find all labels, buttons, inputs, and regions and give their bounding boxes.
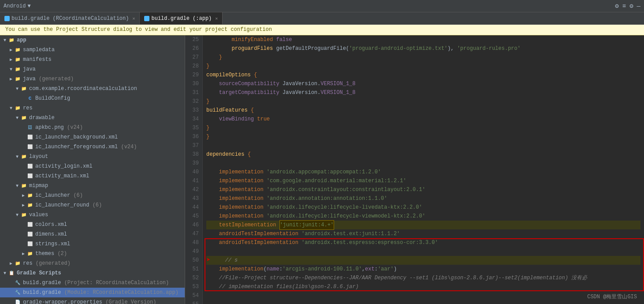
ln-54: 54 [187,291,199,300]
code-line-44: implementation 'androidx.lifecycle:lifec… [206,203,640,212]
code-line-35: } [206,124,640,132]
xml-icon-dimens: ⬜ [26,231,34,238]
config-icon[interactable]: ⚙ [629,2,633,10]
label-java: java [23,66,36,72]
sidebar-item-activity-main[interactable]: ⬜ activity_main.xml [0,171,185,181]
sidebar-item-colors[interactable]: ⬜ colors.xml [0,220,185,229]
sidebar-item-gradle-wrapper[interactable]: 📄 gradle-wrapper.properties (Gradle Vers… [0,297,185,304]
ln-31: 31 [187,88,199,97]
red-box-container: androidTestImplementation 'androidx.test… [206,238,640,291]
code-line-40: implementation 'androidx.appcompat:appco… [206,168,640,176]
sidebar-item-themes[interactable]: ▶ 📁 themes (2) [0,249,185,259]
ln-53: 53 [187,282,199,291]
arrow-ic-launcher-round: ▶ [20,203,26,208]
sidebar-item-apkbc[interactable]: 🖼 apkbc.png (v24) [0,123,185,132]
folder-icon-mipmap: 📁 [20,182,27,189]
tab-bar: build.gradle (RCoordinateCalculation) ✕ … [0,12,644,25]
ln-47: 47 [187,229,199,238]
folder-icon-drawable: 📁 [20,114,27,121]
tab-close-2[interactable]: ✕ [215,16,218,21]
label-app: app [17,37,26,43]
arrow-themes: ▶ [20,251,26,256]
ln-50: 50 [187,256,199,265]
sidebar-item-app[interactable]: ▼ 📁 app [0,35,185,45]
png-icon-apkbc: 🖼 [26,124,34,131]
sidebar-item-sampledata[interactable]: ▶ 📁 sampledata [0,45,185,55]
sidebar-item-ic-launcher[interactable]: ▶ 📁 ic_launcher (6) [0,191,185,200]
dropdown-arrow[interactable]: ▼ [27,3,30,9]
ln-52: 52 [187,274,199,282]
menu-icon[interactable]: ≡ [622,3,626,10]
sidebar-item-ic-fg[interactable]: ⬜ ic_launcher_foreground.xml (v24) [0,142,185,152]
sidebar-item-values[interactable]: ▼ 📁 values [0,210,185,220]
sidebar-item-java[interactable]: ▼ 📁 java [0,64,185,74]
sidebar-item-buildconfig[interactable]: C BuildConfig [0,94,185,103]
ln-37: 37 [187,141,199,150]
arrow-res: ▼ [8,106,14,111]
code-line-31: targetCompatibility JavaVersion.VERSION_… [206,88,640,97]
label-mipmap: mipmap [29,183,48,189]
line-numbers: 25 26 27 28 29 30 31 32 33 34 35 36 37 3… [185,35,203,304]
code-line-53: // implementation files(libs\gson-2.8.6.… [206,282,640,291]
label-ic-bg: ic_launcher_background.xml [35,134,118,140]
label-ic-launcher: ic_launcher (6) [35,192,83,199]
label-apkbc: apkbc.png (v24) [35,124,83,131]
tab-label-2: build.gradle (:app) [151,15,212,22]
sidebar-item-res-generated[interactable]: ▶ 📁 res (generated) [0,259,185,268]
top-bar-icons: ⚙ ≡ ⚙ — [615,2,640,10]
sidebar-item-layout[interactable]: ▼ 📁 layout [0,152,185,161]
label-manifests: manifests [23,56,52,63]
code-line-49 [206,247,640,256]
label-gradle-scripts: Gradle Scripts [17,270,61,276]
sidebar-item-ic-bg[interactable]: ⬜ ic_launcher_background.xml [0,132,185,142]
sidebar-item-drawable[interactable]: ▼ 📁 drawable [0,113,185,123]
ln-38: 38 [187,150,199,159]
label-themes: themes (2) [35,251,67,257]
sidebar-item-res[interactable]: ▼ 📁 res [0,103,185,113]
sidebar-item-java-generated[interactable]: ▶ 📁 java (generated) [0,74,185,84]
sidebar-item-strings[interactable]: ⬜ strings.xml [0,239,185,249]
ln-34: 34 [187,115,199,124]
folder-icon-res: 📁 [14,105,21,112]
sidebar-item-activity-login[interactable]: ⬜ activity_login.xml [0,161,185,171]
tab-app[interactable]: build.gradle (:app) ✕ [140,12,223,24]
sidebar-item-mipmap[interactable]: ▼ 📁 mipmap [0,181,185,191]
info-text: You can use the Project Structure dialog… [5,26,272,33]
tab-close-1[interactable]: ✕ [132,16,135,21]
ln-26: 26 [187,44,199,53]
ln-27: 27 [187,53,199,62]
ln-43: 43 [187,194,199,203]
xml-icon-colors: ⬜ [26,221,34,228]
sidebar[interactable]: ▼ 📁 app ▶ 📁 sampledata ▶ 📁 manifests ▼ 📁… [0,35,185,304]
xml-icon-main: ⬜ [26,173,34,180]
tab-label-1: build.gradle (RCoordinateCalculation) [11,15,129,22]
sidebar-item-ic-launcher-round[interactable]: ▶ 📁 ic_launcher_round (6) [0,200,185,210]
code-editor[interactable]: 25 26 27 28 29 30 31 32 33 34 35 36 37 3… [185,35,644,304]
minimize-icon[interactable]: — [637,3,640,10]
arrow-values: ▼ [14,213,20,218]
label-dimens: dimens.xml [35,231,67,237]
label-values: values [29,212,48,218]
code-line-41: implementation 'com.google.android.mater… [206,176,640,185]
arrow-mipmap: ▼ [14,184,20,188]
top-bar: Android ▼ ⚙ ≡ ⚙ — [0,0,644,12]
settings-icon[interactable]: ⚙ [615,2,618,10]
code-line-37 [206,141,640,150]
sidebar-item-manifests[interactable]: ▶ 📁 manifests [0,55,185,64]
sidebar-item-com-example[interactable]: ▼ 📁 com.example.rcoordinatecalculation [0,84,185,94]
code-line-52: //File--Project structure--Dependencies-… [206,274,640,282]
code-line-47: androidTestImplementation 'androidx.test… [206,229,640,238]
label-buildconfig: BuildConfig [35,95,70,101]
ln-40: 40 [187,168,199,176]
sidebar-item-dimens[interactable]: ⬜ dimens.xml [0,229,185,239]
arrow-com-example: ▼ [14,86,20,91]
java-icon-buildconfig: C [26,95,34,102]
gradle-icon-1 [4,16,10,21]
sidebar-item-build-gradle-project[interactable]: 🔧 build.gradle (Project: RCoordinateCalc… [0,278,185,288]
tab-rcoordinate[interactable]: build.gradle (RCoordinateCalculation) ✕ [0,12,140,24]
sidebar-item-gradle-scripts[interactable]: ▼ 📋 Gradle Scripts [0,268,185,278]
arrow-java-gen: ▶ [8,76,14,82]
sidebar-item-build-gradle-app[interactable]: 🔧 build.gradle (Module: RCoordinateCalcu… [0,288,185,297]
gradle-icon-app: 🔧 [14,289,21,296]
label-layout: layout [29,154,48,160]
